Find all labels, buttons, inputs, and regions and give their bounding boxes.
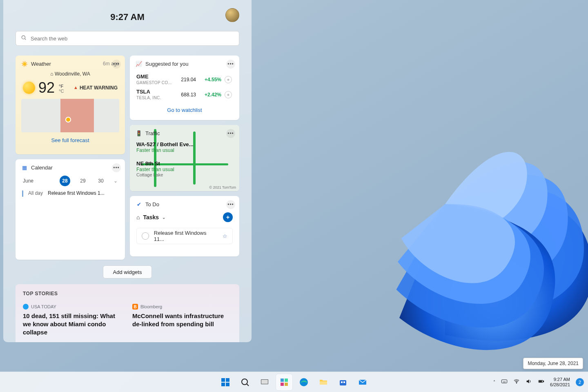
svg-point-6 xyxy=(242,379,247,385)
desktop-wallpaper-bloom xyxy=(278,24,588,359)
calendar-event[interactable]: All day Release first Windows 1... xyxy=(16,186,125,197)
watchlist-link[interactable]: Go to watchlist xyxy=(130,102,239,113)
svg-rect-5 xyxy=(226,383,229,386)
home-icon: ⌂ xyxy=(136,214,140,220)
sun-icon xyxy=(23,82,35,94)
svg-rect-18 xyxy=(343,381,345,383)
todo-more-button[interactable]: ••• xyxy=(226,200,235,209)
svg-point-26 xyxy=(516,383,517,383)
add-stock-button[interactable]: + xyxy=(225,76,232,83)
weather-map xyxy=(21,99,119,132)
svg-rect-13 xyxy=(285,383,288,386)
traffic-title: Traffic xyxy=(145,130,160,136)
add-task-button[interactable]: + xyxy=(223,212,233,222)
calendar-day[interactable]: 29 xyxy=(78,176,88,186)
svg-rect-9 xyxy=(261,380,268,384)
svg-rect-28 xyxy=(543,381,543,382)
svg-rect-12 xyxy=(281,383,284,386)
add-stock-button[interactable]: + xyxy=(225,91,232,98)
news-item[interactable]: USA TODAY 10 dead, 151 still missing: Wh… xyxy=(23,304,122,336)
todo-widget[interactable]: ✔ To Do ••• ⌂ Tasks ⌄ + Release first Wi… xyxy=(130,196,239,256)
volume-icon[interactable] xyxy=(526,378,532,386)
calendar-icon: ▦ xyxy=(21,164,28,171)
map-attribution: © 2021 TomTom xyxy=(209,185,236,189)
weather-icon: ☀️ xyxy=(21,60,28,67)
source-icon: B xyxy=(132,304,138,310)
edge-button[interactable] xyxy=(296,374,312,390)
svg-rect-29 xyxy=(539,381,542,382)
weather-widget[interactable]: ☀️ Weather 6m ago ••• ⌂ Woodinville, WA … xyxy=(16,56,125,154)
stock-row[interactable]: GMEGAMESTOP CO... 219.04 +4.55% + xyxy=(130,72,239,87)
svg-rect-10 xyxy=(281,379,284,382)
stocks-icon: 📈 xyxy=(136,60,142,67)
stocks-widget[interactable]: 📈 Suggested for you ••• GMEGAMESTOP CO..… xyxy=(130,56,239,120)
news-heading: TOP STORIES xyxy=(23,291,232,296)
taskbar: ˄ 9:27 AM 6/28/2021 2 xyxy=(0,372,588,392)
warning-icon: ▲ xyxy=(74,85,78,90)
chevron-down-icon[interactable]: ⌄ xyxy=(162,215,165,220)
weather-temp: 92 xyxy=(38,79,55,96)
todo-title: To Do xyxy=(145,201,159,207)
see-forecast-link[interactable]: See full forecast xyxy=(16,132,125,149)
svg-rect-17 xyxy=(341,381,343,383)
news-widget[interactable]: TOP STORIES USA TODAY 10 dead, 151 still… xyxy=(16,284,239,342)
widgets-button[interactable] xyxy=(276,374,292,390)
task-checkbox[interactable] xyxy=(142,232,149,240)
svg-rect-15 xyxy=(320,381,327,385)
svg-rect-20 xyxy=(501,380,507,383)
calendar-month: June xyxy=(23,178,52,184)
svg-rect-3 xyxy=(226,378,229,382)
search-input[interactable] xyxy=(31,36,234,42)
calendar-title: Calendar xyxy=(31,165,53,171)
widgets-panel: 9:27 AM ☀️ Weather 6m ago ••• ⌂ Woodinvi… xyxy=(3,0,252,342)
taskbar-search-button[interactable] xyxy=(237,374,253,390)
tray-overflow-button[interactable]: ˄ xyxy=(493,380,495,384)
battery-icon[interactable] xyxy=(538,378,544,386)
svg-rect-11 xyxy=(285,379,288,382)
stock-row[interactable]: TSLATESLA, INC. 688.13 +2.42% + xyxy=(130,87,239,102)
calendar-more-button[interactable]: ••• xyxy=(112,163,121,172)
store-button[interactable] xyxy=(335,374,351,390)
notification-badge[interactable]: 2 xyxy=(576,378,584,386)
search-bar[interactable] xyxy=(16,31,239,46)
svg-point-0 xyxy=(22,36,25,39)
weather-location: ⌂ Woodinville, WA xyxy=(16,71,125,77)
mail-button[interactable] xyxy=(354,374,371,390)
panel-time: 9:27 AM xyxy=(110,12,145,22)
file-explorer-button[interactable] xyxy=(315,374,332,390)
search-icon xyxy=(21,35,27,42)
calendar-widget[interactable]: ▦ Calendar ••• June 28 29 30 ⌄ All day R… xyxy=(16,159,125,260)
svg-line-7 xyxy=(247,384,249,386)
source-icon xyxy=(23,304,29,310)
svg-rect-2 xyxy=(221,378,225,382)
taskbar-clock[interactable]: 9:27 AM 6/28/2021 xyxy=(550,377,570,388)
user-avatar[interactable] xyxy=(225,8,239,22)
calendar-day-selected[interactable]: 28 xyxy=(60,176,70,186)
calendar-day[interactable]: 30 xyxy=(96,176,106,186)
home-icon: ⌂ xyxy=(50,71,53,77)
weather-more-button[interactable]: ••• xyxy=(112,60,121,69)
svg-rect-4 xyxy=(221,383,225,386)
todo-list-name[interactable]: Tasks xyxy=(143,214,159,220)
svg-line-1 xyxy=(25,39,26,40)
wifi-icon[interactable] xyxy=(513,378,520,386)
star-icon[interactable]: ☆ xyxy=(223,233,227,239)
stocks-more-button[interactable]: ••• xyxy=(226,60,235,69)
news-item[interactable]: BBloomberg McConnell wants infrastructur… xyxy=(132,304,232,336)
date-tooltip: Monday, June 28, 2021 xyxy=(523,358,583,369)
add-widgets-button[interactable]: Add widgets xyxy=(103,265,152,278)
start-button[interactable] xyxy=(217,374,234,390)
weather-title: Weather xyxy=(31,61,51,67)
system-tray: ˄ 9:27 AM 6/28/2021 2 xyxy=(493,377,584,388)
todo-icon: ✔ xyxy=(136,201,142,207)
svg-rect-16 xyxy=(340,380,346,385)
task-view-button[interactable] xyxy=(256,374,273,390)
stocks-title: Suggested for you xyxy=(145,61,189,67)
keyboard-icon[interactable] xyxy=(501,378,508,386)
traffic-icon: 🚦 xyxy=(136,130,142,136)
weather-warning: ▲HEAT WARNING xyxy=(74,85,118,91)
task-row[interactable]: Release first Windows 11... ☆ xyxy=(136,228,233,244)
traffic-widget[interactable]: 🚦 Traffic ••• WA-527 / Bothell Eve...Fas… xyxy=(130,125,239,191)
chevron-down-icon[interactable]: ⌄ xyxy=(114,178,118,184)
